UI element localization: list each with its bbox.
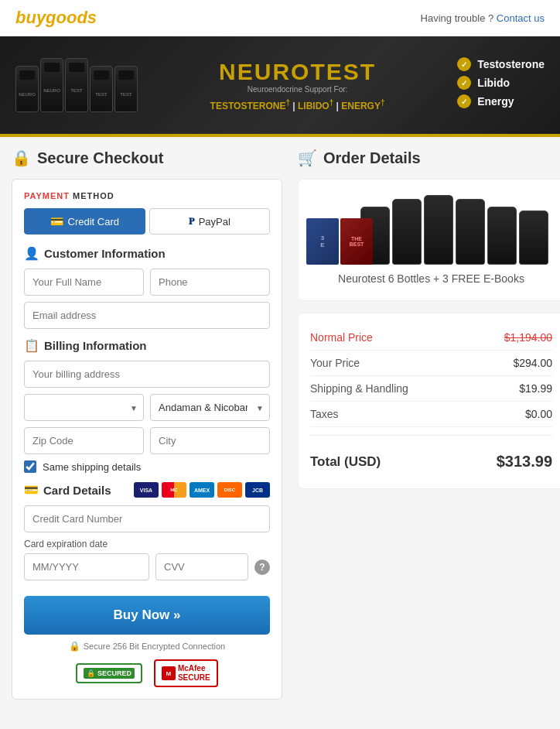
normal-price-value: $1,194.00 <box>504 331 552 344</box>
expiry-label: Card expiration date <box>24 539 270 549</box>
prod-bottle-2 <box>392 199 422 265</box>
main-content: 🔒 Secure Checkout PAYMENT METHOD 💳 Credi… <box>0 137 560 711</box>
banner-product-name: NEUROTEST <box>153 59 442 85</box>
state-select[interactable]: Andaman & Nicobar <box>150 394 270 421</box>
zip-city-row <box>24 427 270 454</box>
person-icon: 👤 <box>24 246 39 261</box>
checkout-form-card: PAYMENT METHOD 💳 Credit Card 𝐏 PayPal 👤 … <box>12 179 282 700</box>
product-image-area: 3E THEBEST Neurotest 6 Bottles + 3 FREE <box>298 179 560 301</box>
checkout-title: Secure Checkout <box>37 149 163 167</box>
state-select-wrapper: Andaman & Nicobar <box>150 394 270 421</box>
credit-card-icon: 💳 <box>50 215 63 228</box>
trust-badges: 🔒 SECURED M McAfeeSECURE <box>24 659 270 687</box>
banner-subtitle: Neuroendocrine Support For: <box>153 85 442 94</box>
bottle-3: TEST <box>65 58 88 112</box>
zip-input[interactable] <box>24 427 144 454</box>
secure-text: 🔒 Secure 256 Bit Encrypted Connection <box>24 641 270 652</box>
price-table: Normal Price $1,194.00 Your Price $294.0… <box>298 313 560 489</box>
prod-bottle-3 <box>424 195 453 265</box>
phone-input[interactable] <box>150 269 270 296</box>
country-state-row: Andaman & Nicobar <box>24 394 270 421</box>
checkout-title-bar: 🔒 Secure Checkout <box>12 149 282 167</box>
mcafee-logo-icon: M <box>162 666 176 680</box>
total-row: Total (USD) $313.99 <box>310 443 552 477</box>
total-value: $313.99 <box>497 453 552 471</box>
tab-paypal-label: PayPal <box>199 216 230 228</box>
mastercard-logo: MC <box>162 482 186 498</box>
taxes-label: Taxes <box>310 408 339 420</box>
billing-section-label: Billing Information <box>44 339 147 352</box>
payment-tabs: 💳 Credit Card 𝐏 PayPal <box>24 208 270 234</box>
ebook-2: THEBEST <box>340 218 373 265</box>
feature-testosterone: ✓ Testosterone <box>457 57 545 71</box>
tab-credit-card-label: Credit Card <box>68 216 119 228</box>
check-icon-2: ✓ <box>457 76 471 90</box>
mcafee-badge-text: McAfeeSECURE <box>178 664 210 683</box>
tab-paypal[interactable]: 𝐏 PayPal <box>149 208 271 234</box>
card-section-label: Card Details <box>43 484 111 497</box>
your-price-label: Your Price <box>310 357 360 369</box>
feature-label-2: Libido <box>477 77 510 89</box>
header-right: Having trouble ? Contact us <box>421 12 545 24</box>
banner: NEURO NEURO TEST TEST TEST NEUROTEST Neu… <box>0 36 560 137</box>
amex-logo: AMEX <box>190 482 214 498</box>
same-shipping-checkbox[interactable] <box>24 460 36 473</box>
jcb-logo: JCB <box>245 482 270 498</box>
billing-address-input[interactable] <box>24 361 270 388</box>
mcafee-badge: M McAfeeSECURE <box>154 659 218 687</box>
banner-bottles: NEURO NEURO TEST TEST TEST <box>15 58 138 112</box>
taxes-row: Taxes $0.00 <box>310 402 552 427</box>
customer-section-label: Customer Information <box>44 247 166 260</box>
feature-label-1: Testosterone <box>477 58 545 70</box>
bottle-4: TEST <box>90 66 113 112</box>
banner-name-part2: TEST <box>310 59 376 84</box>
secured-badge-label: 🔒 SECURED <box>84 668 135 679</box>
header: buygoods Having trouble ? Contact us <box>0 0 560 36</box>
normal-price-label: Normal Price <box>310 331 373 344</box>
email-row <box>24 302 270 329</box>
billing-icon: 📋 <box>24 338 39 353</box>
buy-now-button[interactable]: Buy Now » <box>24 596 270 635</box>
cvv-input[interactable] <box>155 553 248 580</box>
contact-link[interactable]: Contact us <box>497 12 545 24</box>
cvv-help-icon[interactable]: ? <box>254 560 270 575</box>
feature-energy: ✓ Energy <box>457 94 545 108</box>
card-number-input[interactable] <box>24 505 270 532</box>
name-phone-row <box>24 269 270 296</box>
card-details-icon: 💳 <box>24 483 39 497</box>
city-input[interactable] <box>150 427 270 454</box>
card-details-header: 💳 Card Details VISA MC AMEX DISC JCB <box>24 482 270 498</box>
customer-section-title: 👤 Customer Information <box>24 246 270 261</box>
full-name-input[interactable] <box>24 269 144 296</box>
discover-logo: DISC <box>217 482 242 498</box>
check-icon-3: ✓ <box>457 94 471 108</box>
payment-label-part1: PAYMENT <box>24 191 70 200</box>
country-select-wrapper <box>24 394 144 421</box>
feature-label-3: Energy <box>477 95 514 108</box>
product-name: Neurotest 6 Bottles + 3 FREE E-Books <box>314 272 548 285</box>
ebook-1: 3E <box>306 218 339 265</box>
prod-bottle-6 <box>519 210 548 265</box>
trouble-text: Having trouble ? <box>421 12 494 24</box>
tab-credit-card[interactable]: 💳 Credit Card <box>24 208 145 234</box>
bottle-1: NEURO <box>15 66 39 112</box>
shipping-label: Shipping & Handling <box>310 382 408 395</box>
email-input[interactable] <box>24 302 270 329</box>
logo-text: buygoods <box>15 8 97 27</box>
billing-address-row <box>24 361 270 388</box>
card-number-row <box>24 505 270 532</box>
billing-section-title: 📋 Billing Information <box>24 338 270 353</box>
payment-method-label: PAYMENT METHOD <box>24 191 270 200</box>
secured-badge: 🔒 SECURED <box>76 663 142 683</box>
payment-label-part2: METHOD <box>73 191 114 200</box>
shipping-value: $19.99 <box>519 382 552 395</box>
lock-small-icon: 🔒 <box>69 641 80 652</box>
order-title: Order Details <box>323 149 421 167</box>
order-panel: 🛒 Order Details 3E THEBEST <box>298 149 560 700</box>
price-divider <box>310 435 552 436</box>
country-select[interactable] <box>24 394 144 421</box>
banner-name-part1: NEURO <box>219 59 310 84</box>
expiry-input[interactable] <box>24 553 149 580</box>
prod-bottle-4 <box>456 199 485 265</box>
paypal-icon: 𝐏 <box>189 216 194 227</box>
